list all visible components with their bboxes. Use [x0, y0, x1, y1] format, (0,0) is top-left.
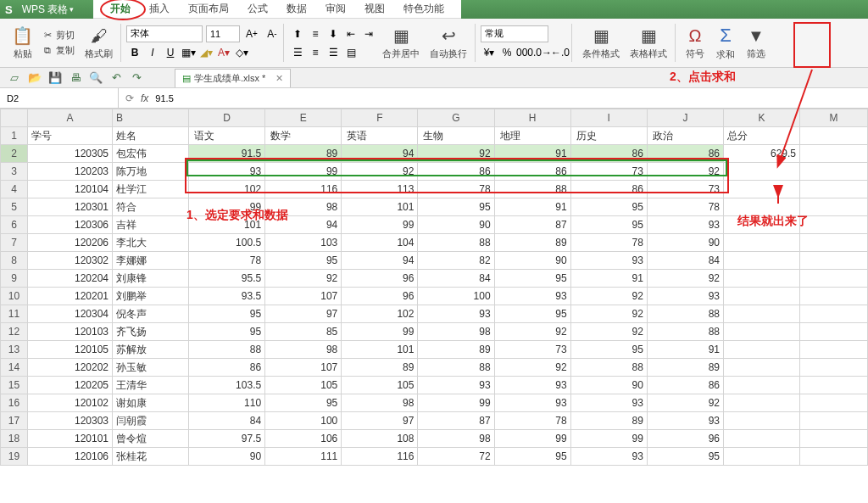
cell[interactable]: 120301	[28, 198, 113, 216]
cell[interactable]: 苏解放	[113, 341, 189, 359]
cell[interactable]: 111	[265, 448, 342, 466]
cell[interactable]	[800, 448, 868, 466]
cell[interactable]: 84	[647, 252, 723, 270]
align-center-icon[interactable]: ≡	[307, 44, 324, 61]
dist-icon[interactable]: ▤	[342, 44, 359, 61]
select-all-cell[interactable]	[1, 109, 28, 127]
name-box[interactable]: D2	[0, 88, 119, 108]
cell[interactable]: 93	[570, 252, 647, 270]
row-header-5[interactable]: 5	[1, 198, 28, 216]
cell[interactable]: 刘康锋	[113, 270, 189, 288]
cell[interactable]	[724, 234, 800, 252]
cell[interactable]: 97	[342, 412, 418, 430]
cell[interactable]: 78	[494, 412, 570, 430]
align-top-icon[interactable]: ⬆	[289, 25, 306, 42]
col-header-F[interactable]: F	[342, 109, 418, 127]
cell[interactable]: 100.5	[189, 234, 265, 252]
cell[interactable]: 101	[189, 216, 265, 234]
cell-J1[interactable]: 政治	[647, 127, 723, 145]
cell[interactable]: 110	[189, 394, 265, 412]
align-middle-icon[interactable]: ≡	[307, 25, 324, 42]
cell[interactable]: 102	[189, 181, 265, 198]
cell[interactable]: 93	[418, 377, 494, 394]
cell[interactable]: 101	[342, 198, 418, 216]
cell[interactable]: 99	[494, 430, 570, 448]
format-painter-button[interactable]: 🖌 格式刷	[80, 21, 118, 65]
cell[interactable]: 李娜娜	[113, 252, 189, 270]
cell[interactable]: 93	[647, 412, 723, 430]
cell[interactable]: 91	[494, 198, 570, 216]
cell[interactable]: 92	[647, 394, 723, 412]
cell[interactable]: 86	[189, 359, 265, 377]
cell[interactable]: 86	[418, 163, 494, 181]
wrap-text-button[interactable]: ↩ 自动换行	[425, 21, 472, 65]
cell[interactable]	[800, 412, 868, 430]
cell[interactable]: 92	[265, 270, 342, 288]
cell[interactable]	[800, 163, 868, 181]
cell[interactable]: 88	[570, 359, 647, 377]
cell[interactable]: 91	[570, 270, 647, 288]
cell[interactable]: 120206	[28, 234, 113, 252]
redo-icon[interactable]: ↷	[129, 70, 144, 86]
cell[interactable]	[724, 323, 800, 341]
cell[interactable]: 88	[647, 323, 723, 341]
cell[interactable]: 120202	[28, 359, 113, 377]
cell[interactable]: 120106	[28, 448, 113, 466]
row-header-17[interactable]: 17	[1, 412, 28, 430]
cell-G1[interactable]: 生物	[418, 127, 494, 145]
cell[interactable]	[800, 305, 868, 323]
row-header-2[interactable]: 2	[1, 145, 28, 163]
cell[interactable]	[800, 288, 868, 305]
cell[interactable]	[800, 252, 868, 270]
row-header-19[interactable]: 19	[1, 448, 28, 466]
cell[interactable]: 99	[418, 394, 494, 412]
cell[interactable]	[724, 412, 800, 430]
cell[interactable]: 94	[342, 145, 418, 163]
cell[interactable]: 96	[342, 288, 418, 305]
cell[interactable]: 96	[342, 270, 418, 288]
underline-button[interactable]: U	[162, 44, 179, 61]
cell[interactable]: 88	[189, 341, 265, 359]
cell[interactable]	[800, 216, 868, 234]
cell[interactable]: 91	[494, 145, 570, 163]
row-header-16[interactable]: 16	[1, 394, 28, 412]
cell-I1[interactable]: 历史	[570, 127, 647, 145]
col-header-A[interactable]: A	[28, 109, 113, 127]
cell[interactable]: 120203	[28, 163, 113, 181]
align-bottom-icon[interactable]: ⬇	[325, 25, 342, 42]
decrease-font-icon[interactable]: A-	[264, 25, 281, 42]
cell[interactable]: 93	[570, 394, 647, 412]
tab-review[interactable]: 审阅	[326, 0, 346, 19]
cell[interactable]: 120104	[28, 181, 113, 198]
cell[interactable]: 90	[494, 252, 570, 270]
row-header-7[interactable]: 7	[1, 234, 28, 252]
close-tab-icon[interactable]: ✕	[275, 73, 283, 84]
percent-icon[interactable]: %	[498, 44, 515, 61]
cell[interactable]	[724, 394, 800, 412]
cell[interactable]: 107	[265, 359, 342, 377]
cell-D1[interactable]: 语文	[189, 127, 265, 145]
col-header-D[interactable]: D	[189, 109, 265, 127]
cell[interactable]: 98	[265, 341, 342, 359]
cell[interactable]: 88	[494, 181, 570, 198]
row-header-4[interactable]: 4	[1, 181, 28, 198]
cell[interactable]: 孙玉敏	[113, 359, 189, 377]
row-header-11[interactable]: 11	[1, 305, 28, 323]
cell[interactable]: 120204	[28, 270, 113, 288]
row-header-10[interactable]: 10	[1, 288, 28, 305]
cell[interactable]: 120306	[28, 216, 113, 234]
cell[interactable]: 95	[189, 323, 265, 341]
cell[interactable]: 120205	[28, 377, 113, 394]
cell[interactable]	[724, 305, 800, 323]
cell[interactable]: 倪冬声	[113, 305, 189, 323]
increase-decimal-icon[interactable]: .0→	[534, 44, 551, 61]
cell[interactable]	[800, 323, 868, 341]
cell[interactable]	[724, 163, 800, 181]
cell[interactable]: 90	[647, 234, 723, 252]
currency-icon[interactable]: ¥▾	[481, 44, 498, 61]
cell[interactable]: 92	[570, 305, 647, 323]
cell[interactable]: 95	[647, 448, 723, 466]
cell[interactable]: 120105	[28, 341, 113, 359]
cell[interactable]: 72	[418, 448, 494, 466]
cell[interactable]: 86	[494, 163, 570, 181]
